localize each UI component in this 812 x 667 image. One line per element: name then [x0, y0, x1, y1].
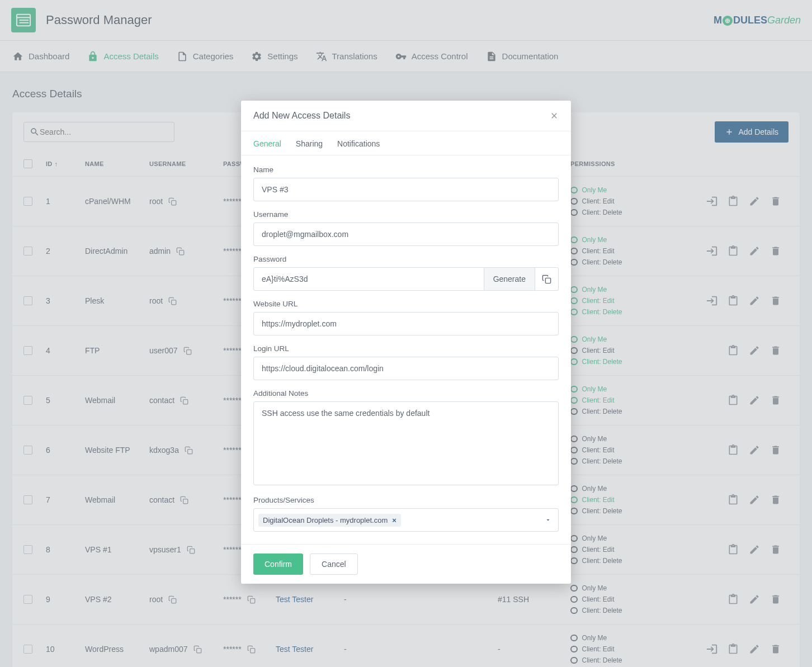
modal-title: Add New Access Details	[253, 111, 350, 121]
add-access-modal: Add New Access Details General Sharing N…	[241, 101, 571, 584]
chevron-down-icon	[545, 517, 551, 523]
login-url-input[interactable]	[253, 357, 559, 380]
product-chip: DigitalOcean Droplets - mydroplet.com ×	[258, 514, 401, 527]
notes-label: Additional Notes	[253, 389, 559, 398]
notes-textarea[interactable]	[253, 401, 559, 485]
products-multiselect[interactable]: DigitalOcean Droplets - mydroplet.com ×	[253, 508, 559, 532]
password-input[interactable]	[253, 267, 484, 291]
svg-rect-24	[545, 278, 550, 283]
chip-remove[interactable]: ×	[392, 516, 396, 524]
cancel-button[interactable]: Cancel	[310, 554, 358, 575]
login-url-label: Login URL	[253, 344, 559, 353]
tab-notifications[interactable]: Notifications	[337, 139, 380, 155]
username-label: Username	[253, 210, 559, 219]
website-label: Website URL	[253, 300, 559, 308]
tab-sharing[interactable]: Sharing	[296, 139, 323, 155]
password-label: Password	[253, 255, 559, 263]
generate-button[interactable]: Generate	[484, 267, 535, 291]
copy-icon	[542, 275, 551, 284]
chip-label: DigitalOcean Droplets - mydroplet.com	[263, 516, 388, 524]
name-label: Name	[253, 165, 559, 174]
copy-password-button[interactable]	[535, 267, 559, 291]
close-icon	[550, 111, 559, 120]
products-label: Products/Services	[253, 496, 559, 504]
name-input[interactable]	[253, 178, 559, 201]
confirm-button[interactable]: Confirm	[253, 554, 303, 575]
username-input[interactable]	[253, 223, 559, 246]
modal-close-button[interactable]	[550, 111, 559, 120]
website-input[interactable]	[253, 312, 559, 335]
tab-general[interactable]: General	[253, 139, 281, 155]
